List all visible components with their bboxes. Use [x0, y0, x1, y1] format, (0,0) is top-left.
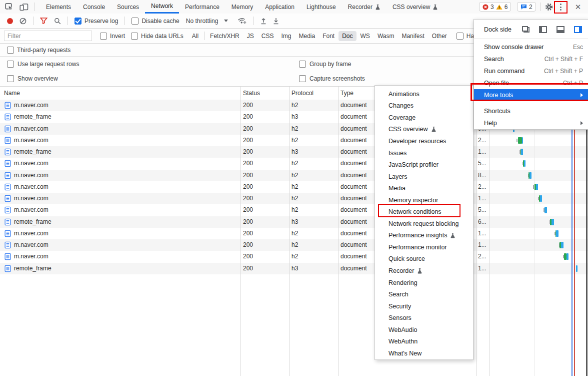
tab-console[interactable]: Console [77, 0, 111, 14]
menu-item-search[interactable]: SearchCtrl + Shift + F [474, 53, 588, 65]
submenu-item-javascript-profiler[interactable]: JavaScript profiler [375, 159, 473, 171]
hide-data-urls-checkbox[interactable] [131, 33, 138, 40]
throttling-dropdown[interactable]: No throttling [186, 18, 228, 25]
column-header-protocol[interactable]: Protocol [292, 87, 314, 100]
invert-checkbox[interactable] [100, 33, 107, 40]
submenu-item-sensors[interactable]: Sensors [375, 312, 473, 324]
filter-chip-wasm[interactable]: Wasm [374, 31, 398, 41]
submenu-item-developer-resources[interactable]: Developer resources [375, 135, 473, 147]
table-row[interactable]: remote_frame200h3document1... [0, 146, 588, 158]
table-row[interactable]: remote_frame200h3document6... [0, 216, 588, 228]
tab-lighthouse[interactable]: Lighthouse [300, 0, 342, 14]
filter-chip-js[interactable]: JS [244, 31, 258, 41]
dock-bottom-button[interactable] [556, 26, 564, 33]
filter-input[interactable] [4, 31, 92, 41]
column-header-name[interactable]: Name [4, 87, 20, 100]
table-row[interactable]: m.naver.com200h2document1... [0, 193, 588, 204]
column-divider[interactable] [489, 87, 490, 376]
has-blocked-cookies-checkbox[interactable] [456, 33, 464, 40]
table-row[interactable]: m.naver.com200h2document2... [0, 251, 588, 262]
submenu-item-performance-insights[interactable]: Performance insights [375, 230, 473, 242]
tab-performance[interactable]: Performance [179, 0, 226, 14]
table-row[interactable]: m.naver.com200h2document8... [0, 170, 588, 181]
search-icon[interactable] [54, 18, 61, 25]
submenu-item-changes[interactable]: Changes [375, 100, 473, 112]
column-header-status[interactable]: Status [243, 87, 260, 100]
menu-item-shortcuts[interactable]: Shortcuts [474, 105, 588, 117]
disable-cache-checkbox[interactable] [132, 18, 138, 25]
filter-chip-doc[interactable]: Doc [338, 31, 356, 41]
table-row[interactable]: m.naver.com200h2document5... [0, 158, 588, 169]
show-overview-checkbox[interactable] [7, 75, 14, 82]
column-divider[interactable] [338, 87, 338, 376]
tab-elements[interactable]: Elements [40, 0, 77, 14]
filter-chip-fetch-xhr[interactable]: Fetch/XHR [206, 31, 243, 41]
waterfall-download-bar [566, 253, 568, 260]
more-tools-submenu: AnimationsChangesCoverageCSS overviewDev… [374, 85, 474, 360]
use-large-request-rows-checkbox[interactable] [7, 61, 14, 68]
inspect-element-icon[interactable] [5, 3, 14, 11]
submenu-item-recorder[interactable]: Recorder [375, 265, 473, 277]
table-row[interactable]: m.naver.com200h2document5... [0, 204, 588, 216]
tab-css-overview[interactable]: CSS overview [386, 0, 444, 14]
column-divider[interactable] [476, 87, 477, 376]
column-divider[interactable] [240, 87, 241, 376]
submenu-item-webaudio[interactable]: WebAudio [375, 324, 473, 336]
tab-network[interactable]: Network [145, 0, 179, 14]
column-divider[interactable] [289, 87, 290, 376]
submenu-item-layers[interactable]: Layers [375, 171, 473, 183]
undock-button[interactable] [522, 26, 530, 33]
filter-chip-img[interactable]: Img [278, 31, 294, 41]
table-row[interactable]: remote_frame200h3document1... [0, 263, 588, 274]
tab-recorder[interactable]: Recorder [342, 0, 386, 14]
submenu-item-media[interactable]: Media [375, 182, 473, 194]
filter-chip-ws[interactable]: WS [357, 31, 374, 41]
submenu-item-security[interactable]: Security [375, 300, 473, 312]
filter-funnel-icon[interactable] [40, 18, 48, 24]
import-har-icon[interactable] [260, 18, 266, 25]
menu-item-run-command[interactable]: Run commandCtrl + Shift + P [474, 65, 588, 77]
issues-badge[interactable]: 3 6 [479, 2, 511, 12]
filter-chip-media[interactable]: Media [295, 31, 318, 41]
submenu-item-search[interactable]: Search [375, 288, 473, 300]
dock-right-button[interactable] [574, 26, 582, 33]
filter-chip-css[interactable]: CSS [258, 31, 278, 41]
device-toolbar-icon[interactable] [20, 3, 28, 11]
record-network-log-button[interactable] [7, 18, 13, 24]
table-row[interactable]: m.naver.com200h2document2... [0, 135, 588, 146]
clear-network-log-icon[interactable] [20, 18, 26, 25]
messages-badge[interactable]: 2 [517, 2, 536, 12]
submenu-item-issues[interactable]: Issues [375, 147, 473, 159]
table-row[interactable]: m.naver.com200h2document2... [0, 181, 588, 193]
export-har-icon[interactable] [273, 18, 279, 25]
third-party-requests-checkbox[interactable] [7, 47, 14, 54]
tab-sources[interactable]: Sources [111, 0, 145, 14]
table-row[interactable]: m.naver.com200h2document1... [0, 239, 588, 251]
close-devtools-icon[interactable]: ✕ [572, 2, 584, 13]
capture-screenshots-checkbox[interactable] [299, 75, 306, 82]
filter-chip-other[interactable]: Other [428, 31, 450, 41]
group-by-frame-checkbox[interactable] [299, 61, 306, 68]
filter-chip-manifest[interactable]: Manifest [398, 31, 428, 41]
column-header-type[interactable]: Type [340, 87, 354, 100]
filter-chip-all[interactable]: All [188, 31, 202, 41]
tab-application[interactable]: Application [259, 0, 300, 14]
dock-left-button[interactable] [539, 26, 547, 33]
submenu-item-performance-monitor[interactable]: Performance monitor [375, 241, 473, 253]
tab-memory[interactable]: Memory [226, 0, 259, 14]
network-conditions-icon[interactable] [238, 17, 247, 25]
submenu-item-network-request-blocking[interactable]: Network request blocking [375, 218, 473, 230]
table-row[interactable]: m.naver.com200h2document1... [0, 228, 588, 239]
menu-item-help[interactable]: Help [474, 117, 588, 129]
submenu-item-what-s-new[interactable]: What's New [375, 347, 473, 359]
submenu-item-rendering[interactable]: Rendering [375, 277, 473, 289]
menu-item-show-console-drawer[interactable]: Show console drawerEsc [474, 41, 588, 53]
submenu-item-webauthn[interactable]: WebAuthn [375, 335, 473, 347]
submenu-item-css-overview[interactable]: CSS overview [375, 124, 473, 136]
filter-chip-font[interactable]: Font [319, 31, 338, 41]
submenu-item-animations[interactable]: Animations [375, 88, 473, 100]
preserve-log-checkbox[interactable] [74, 18, 82, 25]
submenu-item-coverage[interactable]: Coverage [375, 112, 473, 124]
submenu-item-quick-source[interactable]: Quick source [375, 253, 473, 265]
settings-gear-icon[interactable] [544, 2, 554, 13]
